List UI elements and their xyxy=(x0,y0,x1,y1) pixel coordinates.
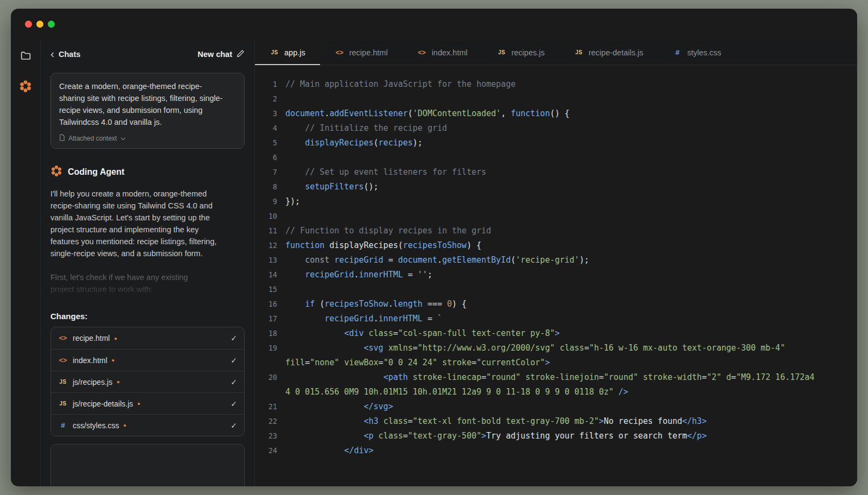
line-number: 5 xyxy=(261,136,285,150)
code-text: <h3 class="text-xl font-bold text-gray-7… xyxy=(285,414,822,429)
code-text: displayRecipes(recipes); xyxy=(285,136,822,150)
applied-check-icon[interactable]: ✓ xyxy=(231,356,237,365)
tab-app-js[interactable]: JSapp.js xyxy=(255,40,320,65)
code-text: setupFilters(); xyxy=(285,180,822,194)
code-line[interactable]: 9}); xyxy=(261,194,857,209)
tab-index-html[interactable]: <>index.html xyxy=(403,40,482,65)
html-file-icon: <> xyxy=(58,334,68,342)
changed-file-index-html[interactable]: <>index.html•✓ xyxy=(51,349,244,371)
agent-name: Coding Agent xyxy=(68,167,124,177)
code-line[interactable]: 18 <div class="col-span-full text-center… xyxy=(261,326,857,341)
applied-check-icon[interactable]: ✓ xyxy=(231,378,237,386)
applied-check-icon[interactable]: ✓ xyxy=(231,334,237,342)
js-file-icon: JS xyxy=(497,49,507,55)
code-line[interactable]: 12function displayRecipes(recipesToShow)… xyxy=(261,238,857,253)
code-line[interactable]: 23 <p class="text-gray-500">Try adjustin… xyxy=(261,429,857,443)
code-line[interactable]: 8 setupFilters(); xyxy=(261,180,857,194)
changed-file-js-recipes-js[interactable]: JSjs/recipes.js•✓ xyxy=(51,371,244,392)
html-file-icon: <> xyxy=(335,49,344,56)
line-number: 2 xyxy=(261,92,285,106)
code-line[interactable]: 13 const recipeGrid = document.getElemen… xyxy=(261,253,857,268)
code-line[interactable]: 6 xyxy=(261,150,857,165)
code-text: <svg xmlns="http://www.w3.org/2000/svg" … xyxy=(285,341,822,370)
tab-label: recipe.html xyxy=(349,48,388,57)
code-line[interactable]: 17 recipeGrid.innerHTML = ` xyxy=(261,312,857,326)
tab-recipe-html[interactable]: <>recipe.html xyxy=(320,40,403,65)
applied-check-icon[interactable]: ✓ xyxy=(231,399,237,408)
chats-back-button[interactable]: ‹ Chats xyxy=(50,49,80,59)
window-minimize-button[interactable] xyxy=(36,21,43,28)
tab-recipes-js[interactable]: JSrecipes.js xyxy=(482,40,559,65)
code-text: document.addEventListener('DOMContentLoa… xyxy=(285,106,822,121)
code-line[interactable]: 22 <h3 class="text-xl font-bold text-gra… xyxy=(261,414,857,429)
agent-panel-button[interactable] xyxy=(16,77,35,97)
code-text: }); xyxy=(285,194,822,209)
line-number: 17 xyxy=(261,312,285,326)
code-text xyxy=(285,150,822,165)
tab-styles-css[interactable]: #styles.css xyxy=(658,40,736,65)
changed-file-recipe-html[interactable]: <>recipe.html•✓ xyxy=(51,327,244,349)
changed-file-name: recipe.html xyxy=(73,334,110,342)
editor-tabbar: JSapp.js<>recipe.html<>index.htmlJSrecip… xyxy=(255,40,857,65)
code-line[interactable]: 4 // Initialize the recipe grid xyxy=(261,121,857,136)
code-text: // Function to display recipes in the gr… xyxy=(285,224,822,238)
code-line[interactable]: 11// Function to display recipes in the … xyxy=(261,224,857,238)
code-line[interactable]: 7 // Set up event listeners for filters xyxy=(261,165,857,180)
code-line[interactable]: 14 recipeGrid.innerHTML = ''; xyxy=(261,268,857,282)
changed-file-name: css/styles.css xyxy=(73,421,119,430)
activity-rail xyxy=(11,40,40,486)
code-line[interactable]: 2 xyxy=(261,92,857,106)
code-text: // Main application JavaScript for the h… xyxy=(285,77,822,92)
chats-back-label: Chats xyxy=(59,50,80,59)
code-line[interactable]: 21 </svg> xyxy=(261,399,857,414)
changed-file-css-styles-css[interactable]: #css/styles.css•✓ xyxy=(51,414,244,436)
code-line[interactable]: 3document.addEventListener('DOMContentLo… xyxy=(261,106,857,121)
tab-label: app.js xyxy=(284,48,305,57)
applied-check-icon[interactable]: ✓ xyxy=(231,421,237,430)
code-line[interactable]: 24 </div> xyxy=(261,443,857,458)
line-number: 11 xyxy=(261,224,285,238)
line-number: 15 xyxy=(261,282,285,297)
code-text: // Set up event listeners for filters xyxy=(285,165,822,180)
modified-dot: • xyxy=(124,421,126,430)
editor-pane: JSapp.js<>recipe.html<>index.htmlJSrecip… xyxy=(255,40,857,486)
css-file-icon: # xyxy=(58,421,68,429)
new-chat-button[interactable]: New chat xyxy=(197,49,245,59)
window-content: ‹ Chats New chat Create a modern, orange… xyxy=(11,40,857,486)
window-zoom-button[interactable] xyxy=(48,21,55,28)
code-line[interactable]: 15 xyxy=(261,282,857,297)
code-text: function displayRecipes(recipesToShow) { xyxy=(285,238,822,253)
modified-dot: • xyxy=(112,356,114,365)
pencil-icon xyxy=(237,49,245,59)
line-number: 24 xyxy=(261,443,285,458)
tab-label: recipes.js xyxy=(512,48,545,57)
project-panel-button[interactable] xyxy=(16,47,35,66)
code-text xyxy=(285,209,822,224)
tab-label: index.html xyxy=(432,48,468,57)
line-number: 16 xyxy=(261,297,285,312)
changed-file-js-recipe-details-js[interactable]: JSjs/recipe-details.js•✓ xyxy=(51,392,244,414)
code-text: const recipeGrid = document.getElementBy… xyxy=(285,253,822,268)
file-icon xyxy=(59,134,65,143)
line-number: 20 xyxy=(261,370,285,399)
code-text: <div class="col-span-full text-center py… xyxy=(285,326,822,341)
line-number: 19 xyxy=(261,341,285,370)
code-line[interactable]: 10 xyxy=(261,209,857,224)
code-line[interactable]: 20 <path stroke-linecap="round" stroke-l… xyxy=(261,370,857,399)
code-line[interactable]: 19 <svg xmlns="http://www.w3.org/2000/sv… xyxy=(261,341,857,370)
modified-dot: • xyxy=(117,377,119,386)
line-number: 7 xyxy=(261,165,285,180)
html-file-icon: <> xyxy=(58,357,68,364)
code-editor[interactable]: 1// Main application JavaScript for the … xyxy=(255,65,857,486)
attached-context-toggle[interactable]: Attached context xyxy=(59,134,236,143)
line-number: 14 xyxy=(261,268,285,282)
js-file-icon: JS xyxy=(58,401,68,407)
line-number: 21 xyxy=(261,399,285,414)
window-close-button[interactable] xyxy=(25,21,32,28)
tab-recipe-details-js[interactable]: JSrecipe-details.js xyxy=(559,40,658,65)
code-line[interactable]: 5 displayRecipes(recipes); xyxy=(261,136,857,150)
new-chat-label: New chat xyxy=(197,50,232,59)
code-line[interactable]: 1// Main application JavaScript for the … xyxy=(261,77,857,92)
code-line[interactable]: 16 if (recipesToShow.length === 0) { xyxy=(261,297,857,312)
message-input[interactable] xyxy=(50,444,245,486)
